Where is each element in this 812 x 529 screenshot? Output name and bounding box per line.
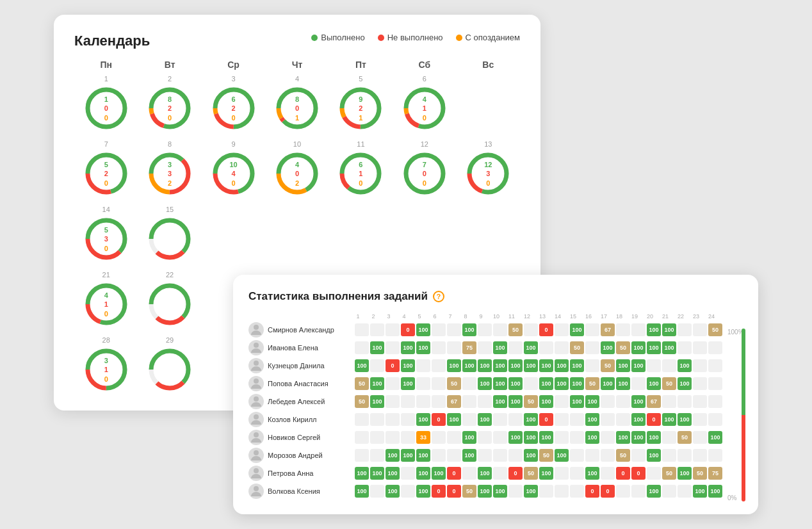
task-cell[interactable]: 100 [585,467,599,480]
task-cell[interactable] [678,485,692,498]
task-cell[interactable] [355,431,369,444]
task-cell[interactable] [570,467,584,480]
task-cell[interactable] [401,413,415,426]
task-cell[interactable]: 100 [508,395,523,408]
task-cell[interactable]: 100 [647,341,661,354]
calendar-day[interactable]: 12 7 0 0 [393,140,456,197]
task-cell[interactable] [708,359,722,372]
task-cell[interactable] [570,431,584,444]
task-cell[interactable] [693,341,707,354]
task-cell[interactable]: 100 [616,359,630,372]
calendar-day[interactable]: 6 4 1 0 [393,75,456,131]
task-cell[interactable]: 100 [616,377,630,390]
task-cell[interactable]: 100 [462,449,476,462]
task-cell[interactable]: 50 [585,377,599,390]
task-cell[interactable] [693,449,707,462]
task-cell[interactable] [601,395,615,408]
task-cell[interactable]: 100 [539,431,553,444]
task-cell[interactable]: 100 [401,359,415,372]
task-cell[interactable] [447,323,461,336]
task-cell[interactable] [493,449,507,462]
task-cell[interactable] [601,413,615,426]
task-cell[interactable] [386,341,400,354]
task-cell[interactable]: 100 [631,341,646,354]
task-cell[interactable]: 33 [416,431,430,444]
task-cell[interactable]: 0 [432,485,446,498]
calendar-day[interactable]: 11 6 1 0 [329,140,393,197]
task-cell[interactable] [432,377,446,390]
task-cell[interactable] [508,341,523,354]
task-cell[interactable] [370,413,384,426]
task-cell[interactable] [462,467,476,480]
task-cell[interactable] [524,377,538,390]
task-cell[interactable]: 50 [539,449,553,462]
task-cell[interactable]: 50 [355,395,369,408]
task-cell[interactable]: 100 [447,359,461,372]
task-cell[interactable]: 50 [524,467,538,480]
task-cell[interactable] [662,359,676,372]
task-cell[interactable] [693,413,707,426]
calendar-day[interactable]: 3 6 2 0 [202,75,265,131]
task-cell[interactable]: 100 [524,359,538,372]
task-cell[interactable]: 100 [462,431,476,444]
task-cell[interactable]: 50 [662,377,676,390]
task-cell[interactable] [524,323,538,336]
task-cell[interactable]: 100 [678,359,692,372]
task-cell[interactable] [647,467,661,480]
task-cell[interactable] [462,377,476,390]
task-cell[interactable] [616,395,630,408]
task-cell[interactable] [508,413,523,426]
calendar-day[interactable]: 4 8 0 1 [265,75,329,131]
calendar-day[interactable]: 28 3 1 0 [74,336,138,393]
task-cell[interactable] [662,449,676,462]
task-cell[interactable]: 0 [647,413,661,426]
task-cell[interactable]: 100 [647,431,661,444]
calendar-day[interactable] [202,206,265,262]
task-cell[interactable]: 100 [370,467,384,480]
task-cell[interactable]: 100 [647,323,661,336]
task-cell[interactable]: 100 [508,431,523,444]
task-cell[interactable]: 100 [478,413,492,426]
task-cell[interactable] [355,449,369,462]
task-cell[interactable] [662,431,676,444]
task-cell[interactable]: 100 [662,341,676,354]
task-cell[interactable] [708,449,722,462]
task-cell[interactable]: 0 [631,467,646,480]
task-cell[interactable]: 100 [524,431,538,444]
calendar-day[interactable] [265,206,329,262]
task-cell[interactable]: 100 [416,467,430,480]
task-cell[interactable]: 100 [678,413,692,426]
task-cell[interactable]: 0 [447,467,461,480]
calendar-day[interactable]: 2 8 2 0 [138,75,201,131]
task-cell[interactable] [386,431,400,444]
task-cell[interactable] [539,485,553,498]
task-cell[interactable]: 100 [647,449,661,462]
calendar-day[interactable]: 14 5 3 0 [74,206,138,262]
task-cell[interactable]: 0 [401,323,415,336]
task-cell[interactable] [631,323,646,336]
task-cell[interactable]: 100 [539,395,553,408]
task-cell[interactable]: 0 [585,485,599,498]
calendar-day[interactable]: 1 1 0 0 [74,75,138,131]
task-cell[interactable]: 67 [447,395,461,408]
task-cell[interactable] [401,431,415,444]
task-cell[interactable]: 100 [693,485,707,498]
task-cell[interactable] [432,431,446,444]
task-cell[interactable] [601,431,615,444]
task-cell[interactable]: 100 [401,377,415,390]
calendar-day[interactable]: 29 [138,336,201,393]
task-cell[interactable] [416,359,430,372]
task-cell[interactable]: 100 [631,413,646,426]
task-cell[interactable]: 100 [708,485,722,498]
task-cell[interactable]: 100 [570,395,584,408]
task-cell[interactable] [616,485,630,498]
task-cell[interactable] [693,323,707,336]
task-cell[interactable] [585,323,599,336]
task-cell[interactable]: 50 [570,341,584,354]
task-cell[interactable]: 100 [678,377,692,390]
task-cell[interactable]: 100 [631,431,646,444]
task-cell[interactable]: 100 [478,359,492,372]
task-cell[interactable]: 100 [524,449,538,462]
task-cell[interactable]: 50 [616,341,630,354]
calendar-day[interactable]: 9 10 4 0 [202,140,265,197]
